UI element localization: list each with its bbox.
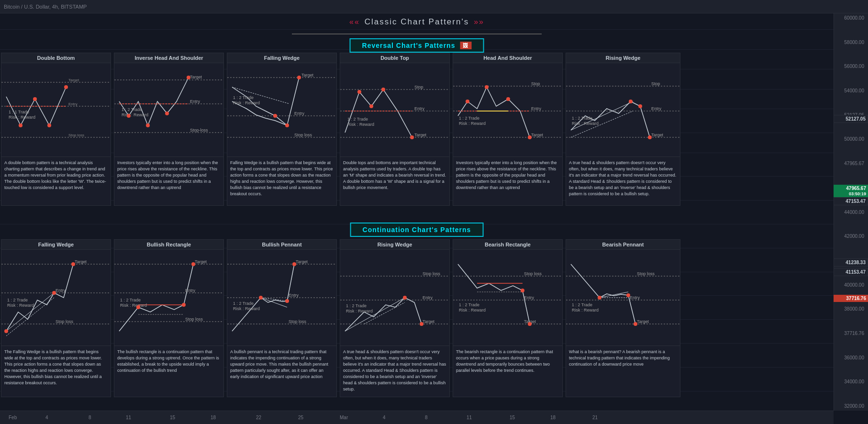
svg-point-103 (191, 262, 195, 266)
card-double-top: Double Top Stop Entry Target 1 : 2 Trade… (340, 53, 450, 206)
svg-point-62 (485, 85, 489, 89)
svg-text:Stop loss: Stop loss (637, 271, 655, 276)
double-bottom-title: Double Bottom (1, 53, 111, 63)
price-60000: 60000.00 (836, 15, 866, 21)
svg-point-9 (19, 123, 22, 127)
svg-text:Target: Target (296, 259, 308, 264)
time-axis: Feb 4 8 11 15 18 22 25 Mar 4 8 11 15 18 … (0, 411, 834, 424)
card-bullish-rectangle: Bullish Rectangle Target Entry Stop loss… (114, 239, 224, 397)
svg-point-128 (420, 322, 423, 326)
reversal-title-text: Reversal Chart's Patterns (362, 42, 456, 49)
svg-text:1 : 2 Trade: 1 : 2 Trade (459, 302, 479, 307)
svg-line-120 (345, 298, 405, 331)
svg-text:Stop loss: Stop loss (68, 133, 84, 137)
fwr-title: Falling Wedge (227, 53, 336, 63)
svg-point-61 (466, 100, 469, 103)
svg-point-116 (292, 262, 296, 266)
svg-text:Risk : Reward: Risk : Reward (122, 112, 148, 117)
price-badge-47965: 47965.67 03:50:19 (834, 185, 868, 197)
image-icon: 🖼 (460, 42, 471, 49)
svg-point-127 (403, 296, 407, 300)
time-4: 4 (45, 415, 48, 420)
svg-text:Entry: Entry (651, 106, 662, 111)
svg-text:Stop-loss: Stop-loss (190, 128, 208, 133)
chart-container: Bitcoin / U.S. Dollar, 4h, BITSTAMP 6000… (0, 0, 868, 424)
fwr-desc: Falling Wedge is a bullish pattern that … (227, 156, 336, 200)
svg-text:Entry: Entry (630, 295, 640, 300)
fwc-desc: The Falling Wedge is a bullish pattern t… (1, 346, 111, 389)
svg-point-114 (259, 296, 263, 300)
time-21: 21 (592, 415, 598, 420)
time-22: 22 (256, 415, 261, 420)
svg-text:Stop loss: Stop loss (56, 319, 74, 324)
svg-text:Risk : Reward: Risk : Reward (233, 100, 260, 105)
double-bottom-desc: A double bottom pattern is a technical a… (1, 156, 111, 194)
svg-text:1 : 1 Trade: 1 : 1 Trade (9, 110, 29, 114)
svg-text:1 : 2 Trade: 1 : 2 Trade (459, 116, 479, 121)
svg-text:Risk : Reward: Risk : Reward (120, 303, 147, 308)
svg-text:Target: Target (637, 319, 649, 324)
price-50000: 50000.00 (836, 136, 866, 142)
card-falling-wedge-cont: Falling Wedge Target Entry Stop loss 1 :… (1, 239, 111, 397)
svg-point-36 (285, 123, 289, 127)
svg-text:Stop: Stop (414, 85, 423, 89)
price-37716: 37716.76 (836, 331, 866, 336)
svg-point-151 (598, 296, 601, 300)
card-bullish-pennant: Bullish Pennant Target Entry Stop loss 1… (227, 239, 337, 397)
time-mar: Mar (340, 415, 348, 420)
svg-text:Entry: Entry (294, 111, 305, 116)
price-badge-41238: 41238.33 (834, 258, 868, 267)
price-42000: 42000.00 (836, 234, 866, 239)
price-axis: 60000.00 58000.00 56000.00 54000.00 5212… (834, 13, 868, 411)
continuation-section-title-bar: Continuation Chart's Patterns (350, 223, 484, 237)
top-bar: Bitcoin / U.S. Dollar, 4h, BITSTAMP (0, 0, 868, 13)
svg-point-76 (638, 104, 642, 108)
svg-point-153 (634, 322, 637, 326)
price-58000: 58000.00 (836, 40, 866, 45)
svg-point-48 (381, 88, 385, 91)
svg-text:Entry: Entry (185, 288, 196, 293)
card-inverse-head-shoulder: Inverse Head And Shoulder Target Entry S… (114, 53, 224, 206)
svg-point-75 (629, 100, 633, 103)
berrec-desc: The bearish rectangle is a continuation … (453, 346, 562, 377)
svg-text:Entry: Entry (414, 106, 425, 111)
svg-text:Risk : Reward: Risk : Reward (9, 115, 35, 120)
svg-point-152 (626, 293, 630, 297)
svg-text:Stop loss: Stop loss (524, 271, 542, 276)
svg-text:Entry: Entry (524, 295, 534, 300)
time-25: 25 (298, 415, 303, 420)
right-arrows-icon: »» (474, 18, 484, 26)
time-11b: 11 (467, 415, 472, 420)
svg-text:Entry: Entry (68, 102, 78, 106)
svg-text:Target: Target (414, 133, 427, 137)
svg-point-102 (182, 303, 186, 307)
svg-point-115 (285, 299, 289, 303)
svg-point-49 (369, 104, 373, 108)
price-47965: 47965.67 (836, 161, 866, 166)
svg-text:Target: Target (75, 259, 87, 264)
svg-text:Stop loss: Stop loss (289, 319, 307, 324)
chart-title-text: Classic Chart Pattern's (365, 17, 469, 27)
card-falling-wedge-rev: Falling Wedge Target Entry Stop loss 1 :… (227, 53, 337, 206)
time-18: 18 (211, 415, 216, 420)
svg-point-12 (64, 85, 68, 89)
svg-text:Stop loss: Stop loss (423, 271, 441, 276)
price-badge-41153: 41153.47 (834, 268, 868, 276)
time-15: 15 (170, 415, 175, 420)
card-bearish-rectangle: Bearish Rectangle Stop loss Entry Target… (453, 239, 563, 397)
svg-text:Target: Target (195, 259, 207, 264)
price-40000: 40000.00 (836, 282, 866, 288)
price-badge-47153: 47153.47 (834, 197, 868, 205)
continuation-title-text: Continuation Chart's Patterns (363, 226, 471, 234)
card-head-shoulder: Head And Shoulder Stop Entry Target 1 : … (453, 53, 563, 206)
time-15b: 15 (510, 415, 515, 420)
price-32000: 32000.00 (836, 403, 866, 409)
rwc-title: Rising Wedge (340, 240, 449, 250)
dt-desc: Double tops and bottoms are important te… (340, 156, 449, 194)
price-54000: 54000.00 (836, 88, 866, 93)
svg-text:Stop: Stop (531, 81, 540, 86)
svg-point-88 (4, 329, 8, 333)
svg-text:Entry: Entry (423, 295, 433, 300)
dt-title: Double Top (340, 53, 449, 63)
time-11: 11 (126, 415, 131, 420)
